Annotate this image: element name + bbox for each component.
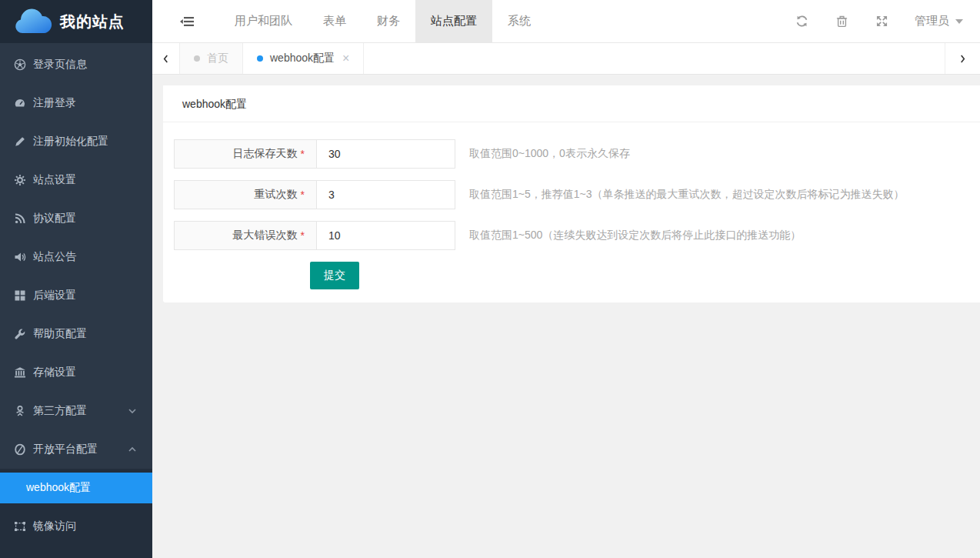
field-hint: 取值范围1~5，推荐值1~3（单条推送的最大重试次数，超过设定次数后将标记为推送… [469,180,905,209]
tab-webhook-config[interactable]: webhook配置 × [243,43,364,74]
sidebar-item-webhook-config[interactable]: webhook配置 [0,473,152,503]
pen-icon [14,135,26,148]
tabs-scroll-left-button[interactable] [152,43,180,74]
sidebar-item-login-page-info[interactable]: 登录页信息 [0,45,152,84]
field-hint: 取值范围1~500（连续失败达到设定次数后将停止此接口的推送功能） [469,221,801,250]
sidebar-item-backend-settings[interactable]: 后端设置 [0,276,152,315]
sidebar-item-label: 第三方配置 [33,404,128,418]
sidebar-item-label: 帮助页配置 [33,327,137,341]
chevron-left-icon [162,54,169,64]
nav-item-system[interactable]: 系统 [492,0,546,42]
bank-icon [14,366,26,379]
sidebar-item-label: 开放平台配置 [33,443,128,456]
page-tabbar: 首页 webhook配置 × [152,43,980,75]
user-menu[interactable]: 管理员 [915,14,963,28]
nav-item-label: 财务 [377,14,400,28]
sidebar-submenu: webhook配置 镜像访问 [0,469,152,558]
chevron-up-icon [128,445,137,454]
grid-icon [14,289,26,302]
submit-button[interactable]: 提交 [310,262,359,289]
tab-label: webhook配置 [270,52,335,65]
submit-row: 提交 [310,262,980,289]
sidebar-item-storage-settings[interactable]: 存储设置 [0,353,152,392]
user-name: 管理员 [915,14,949,28]
wrench-icon [14,328,26,340]
sidebar-item-label: 存储设置 [33,366,137,379]
circle-slash-icon [14,443,26,456]
site-title: 我的站点 [60,12,125,32]
sidebar-item-label: 协议配置 [33,212,137,226]
field-label: 日志保存天数 * [174,139,317,169]
dashboard-icon [14,97,26,109]
card-title: webhook配置 [163,85,980,122]
nav-item-label: 系统 [508,14,531,28]
rss-icon [14,212,26,225]
object-group-icon [14,520,26,533]
sidebar-item-register-init-config[interactable]: 注册初始化配置 [0,122,152,161]
nav-item-forms[interactable]: 表单 [308,0,362,42]
sidebar-item-label: 站点设置 [33,173,137,187]
sidebar-item-site-settings[interactable]: 站点设置 [0,161,152,199]
webhook-config-form: 日志保存天数 * 取值范围0~1000，0表示永久保存 重试次数 * 取值范围1… [163,122,980,289]
sidebar-item-label: 镜像访问 [33,520,137,533]
fullscreen-icon[interactable] [875,15,888,28]
sidebar-item-label: 注册初始化配置 [33,135,137,149]
sidebar-item-protocol-config[interactable]: 协议配置 [0,199,152,238]
tab-dot [257,55,263,62]
field-hint: 取值范围0~1000，0表示永久保存 [469,139,630,169]
tab-label: 首页 [207,52,228,65]
field-label-text: 重试次数 [255,188,298,202]
gear-icon [14,174,26,186]
tab-home[interactable]: 首页 [180,43,243,74]
person-icon [14,405,26,417]
sidebar-item-register-login[interactable]: 注册登录 [0,84,152,122]
sidebar-item-label: 登录页信息 [33,58,137,72]
webhook-config-card: webhook配置 日志保存天数 * 取值范围0~1000，0表示永久保存 重试… [163,85,980,302]
tab-dot [194,55,200,62]
top-header: 用户和团队 表单 财务 站点配置 系统 管理员 [152,0,980,43]
nav-item-finance[interactable]: 财务 [362,0,415,42]
sidebar-item-mirror-access[interactable]: 镜像访问 [0,507,152,546]
field-label-text: 最大错误次数 [233,229,298,242]
sidebar-item-label: 站点公告 [33,250,137,264]
nav-item-label: 表单 [323,14,346,28]
sidebar-item-site-announcement[interactable]: 站点公告 [0,238,152,276]
menu-fold-icon[interactable] [180,15,194,28]
sidebar-item-label: webhook配置 [26,481,91,495]
chevron-down-icon [128,406,137,416]
required-mark: * [301,148,305,160]
soccer-ball-icon [14,58,26,71]
required-mark: * [301,189,305,201]
speaker-icon [14,251,26,263]
header-actions: 管理员 [768,14,980,28]
field-input-wrap [316,139,455,169]
field-label-text: 日志保存天数 [233,147,298,161]
brand[interactable]: 我的站点 [0,0,152,43]
nav-item-label: 站点配置 [431,14,477,28]
sidebar-menu: 登录页信息 注册登录 注册初始化配置 站点设置 协议配置 站点公告 后端设置 [0,43,152,469]
refresh-icon[interactable] [795,15,808,28]
sidebar-item-third-party-config[interactable]: 第三方配置 [0,392,152,430]
retry-count-input[interactable] [317,181,455,209]
close-icon[interactable]: × [342,52,349,65]
sidebar-item-help-page-config[interactable]: 帮助页配置 [0,315,152,353]
field-label: 最大错误次数 * [174,221,317,250]
form-row-max-errors: 最大错误次数 * 取值范围1~500（连续失败达到设定次数后将停止此接口的推送功… [174,221,980,250]
nav-item-label: 用户和团队 [235,14,292,28]
nav-item-site-config[interactable]: 站点配置 [415,0,492,42]
main-content: webhook配置 日志保存天数 * 取值范围0~1000，0表示永久保存 重试… [152,75,980,558]
nav-item-users-teams[interactable]: 用户和团队 [219,0,308,42]
log-retention-days-input[interactable] [317,140,455,168]
sidebar-item-label: 后端设置 [33,289,137,302]
trash-icon[interactable] [835,15,848,28]
tabs-scroll-right-button[interactable] [945,43,980,74]
max-error-count-input[interactable] [317,222,455,249]
sidebar-item-open-platform-config[interactable]: 开放平台配置 [0,430,152,469]
cloud-icon [12,7,54,37]
sidebar: 我的站点 登录页信息 注册登录 注册初始化配置 站点设置 协议配置 站点公告 [0,0,152,558]
form-row-retry-count: 重试次数 * 取值范围1~5，推荐值1~3（单条推送的最大重试次数，超过设定次数… [174,180,980,209]
chevron-right-icon [959,54,966,64]
form-row-log-retention: 日志保存天数 * 取值范围0~1000，0表示永久保存 [174,139,980,169]
field-input-wrap [316,180,455,209]
caret-down-icon [955,19,963,24]
